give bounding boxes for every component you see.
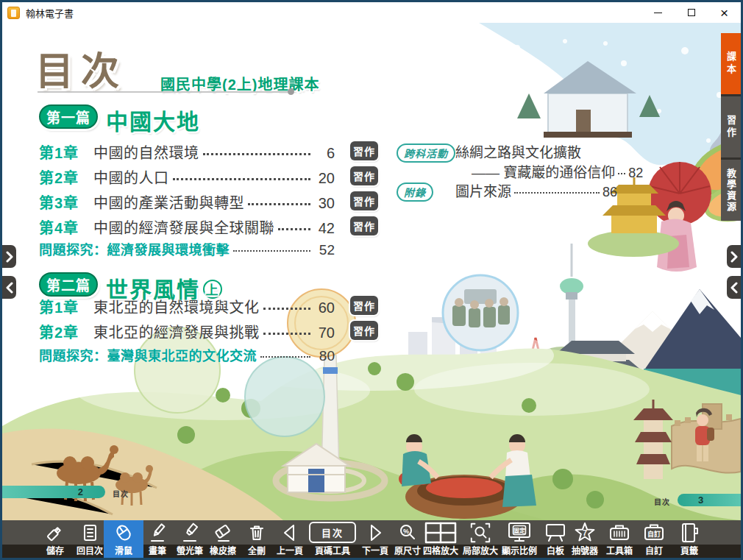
svg-text:7: 7 <box>583 528 587 537</box>
toc-row[interactable]: 第2章 東北亞的經濟發展與挑戰 70 <box>39 321 335 342</box>
toc-row[interactable]: 第1章 東北亞的自然環境與文化 60 <box>39 296 335 317</box>
chapter-number: 第1章 <box>39 296 88 317</box>
left-forward-arrow[interactable] <box>2 245 16 268</box>
star-number-icon: 7 <box>572 521 597 545</box>
chevron-right-icon <box>6 251 13 263</box>
extra-title: 絲綢之路與文化擴散 <box>455 141 581 161</box>
toolbar-item-four-grid-zoom[interactable]: 四格放大 <box>419 520 463 558</box>
chapter-page: 60 <box>314 300 335 316</box>
workbook-badge[interactable]: 習作 <box>350 166 378 185</box>
chapter-number: 第2章 <box>39 321 88 342</box>
page-tool-button[interactable]: 目次 <box>309 522 356 543</box>
workbook-badge[interactable]: 習作 <box>350 296 378 315</box>
workbook-badge[interactable]: 習作 <box>350 216 378 235</box>
highlighter-icon <box>179 522 201 544</box>
minimize-icon <box>654 13 662 13</box>
toc-row[interactable]: 第3章 中國的產業活動與轉型 30 <box>39 191 335 213</box>
tab-workbook[interactable]: 習作 <box>721 96 741 157</box>
page-title: 目次 <box>35 40 127 96</box>
app-window: 翰林電子書 × <box>0 0 743 560</box>
toc-row[interactable]: 第2章 中國的人口 20 <box>39 166 335 188</box>
section-2-badge: 第二篇 <box>39 272 98 297</box>
chevron-right-icon <box>730 251 738 263</box>
usb-save-icon <box>44 522 66 544</box>
minimize-button[interactable] <box>641 2 675 23</box>
right-page-number-pill: 3 <box>678 494 741 506</box>
chapter-number: 第1章 <box>39 141 88 163</box>
toc-list-icon <box>79 522 101 544</box>
dot-leader <box>248 203 310 205</box>
svg-text:固定: 固定 <box>513 527 525 534</box>
chapter-title: 東北亞的自然環境與文化 <box>93 296 260 317</box>
prev-page-triangle-icon <box>279 522 301 544</box>
explore-title: 問題探究：經濟發展與環境衝擊 <box>39 239 230 258</box>
left-page-label: 目次 <box>113 488 129 499</box>
header-rule <box>38 91 288 93</box>
maximize-button[interactable] <box>675 2 708 23</box>
extra-subtitle: —— 寶藏巖的通俗信仰 <box>472 161 615 181</box>
close-button[interactable]: × <box>708 2 741 23</box>
right-forward-arrow[interactable] <box>727 245 741 268</box>
explore-row[interactable]: 問題探究：臺灣與東北亞的文化交流 80 <box>39 345 335 364</box>
close-icon: × <box>720 6 728 20</box>
cross-subject-activity-row[interactable]: 跨科活動 絲綢之路與文化擴散 <box>397 141 617 163</box>
left-page-number-pill: 2 <box>2 486 105 498</box>
chapter-title: 中國的自然環境 <box>93 141 199 163</box>
resource-tabs: 課本 習作 教學資源 <box>721 33 741 221</box>
chapter-title: 中國的經濟發展與全球關聯 <box>93 216 274 238</box>
toc-row[interactable]: 第1章 中國的自然環境 6 <box>39 141 335 163</box>
right-back-arrow[interactable] <box>727 276 741 299</box>
toolbar-item-partial-zoom[interactable]: 局部放大 <box>458 520 502 558</box>
dot-leader <box>263 308 311 310</box>
chapter-title: 中國的產業活動與轉型 <box>93 191 244 213</box>
toc-row[interactable]: 第4章 中國的經濟發展與全球關聯 42 <box>39 216 335 238</box>
chapter-page: 20 <box>314 170 335 187</box>
header-rule-dot <box>288 88 294 95</box>
zoom-percent-icon: % <box>397 522 419 544</box>
maximize-icon <box>688 9 695 16</box>
bottom-toolbar: 儲存 回目次 滑鼠 畫筆 螢光筆 橡皮擦 全刪 上一頁 <box>2 520 741 558</box>
workbook-badge[interactable]: 習作 <box>350 191 378 210</box>
window-controls: × <box>641 2 741 23</box>
title-bar: 翰林電子書 × <box>2 2 741 23</box>
mouse-icon <box>113 522 135 544</box>
explore-page: 80 <box>314 348 335 364</box>
workbook-badge[interactable]: 習作 <box>350 141 378 160</box>
chevron-left-icon <box>730 282 738 294</box>
toolbar-item-page-tab[interactable]: 頁籤 <box>667 520 711 558</box>
display-ratio-icon: 固定 <box>507 521 532 545</box>
chapter-number: 第4章 <box>39 216 88 238</box>
next-page-triangle-icon <box>364 522 386 544</box>
right-page-label: 目次 <box>654 496 670 507</box>
explore-page: 52 <box>314 242 335 258</box>
left-back-arrow[interactable] <box>2 276 16 299</box>
custom-case-icon: 自訂 <box>641 521 666 545</box>
tab-textbook[interactable]: 課本 <box>721 33 741 94</box>
chapter-page: 42 <box>314 220 335 237</box>
cross-subject-activity-row-2[interactable]: —— 寶藏巖的通俗信仰 82 <box>397 161 617 181</box>
dot-leader <box>173 178 311 180</box>
toolbar-item-page-tool[interactable]: 目次 頁碼工具 <box>306 520 359 558</box>
soldier-photo <box>443 275 518 350</box>
trash-icon <box>246 522 268 544</box>
cross-subject-badge: 跨科活動 <box>397 143 455 163</box>
extra-page: 86 <box>602 185 617 200</box>
chapter-page: 30 <box>314 195 335 212</box>
chapter-title: 東北亞的經濟發展與挑戰 <box>93 321 260 342</box>
explore-row[interactable]: 問題探究：經濟發展與環境衝擊 52 <box>39 239 335 258</box>
appendix-badge: 附錄 <box>397 182 433 202</box>
tab-teaching-resources[interactable]: 教學資源 <box>721 160 741 221</box>
chapter-title: 中國的人口 <box>93 166 169 188</box>
explore-title: 問題探究：臺灣與東北亞的文化交流 <box>39 345 257 364</box>
appendix-row[interactable]: 附錄 圖片來源 86 <box>397 180 617 202</box>
dot-leader <box>203 153 311 155</box>
toolbar-item-prev-page[interactable]: 上一頁 <box>268 520 312 558</box>
workbook-badge[interactable]: 習作 <box>350 321 378 340</box>
geisha-umbrella <box>648 162 711 272</box>
app-logo-icon <box>7 7 20 19</box>
book-page: 目次 國民中學(2上)地理課本 第一篇 中國大地 第1章 中國的自然環境 6 第… <box>2 23 741 520</box>
chapter-page: 6 <box>314 145 335 162</box>
dot-leader <box>514 192 600 194</box>
dot-leader <box>263 333 311 335</box>
dot-leader <box>260 356 310 358</box>
